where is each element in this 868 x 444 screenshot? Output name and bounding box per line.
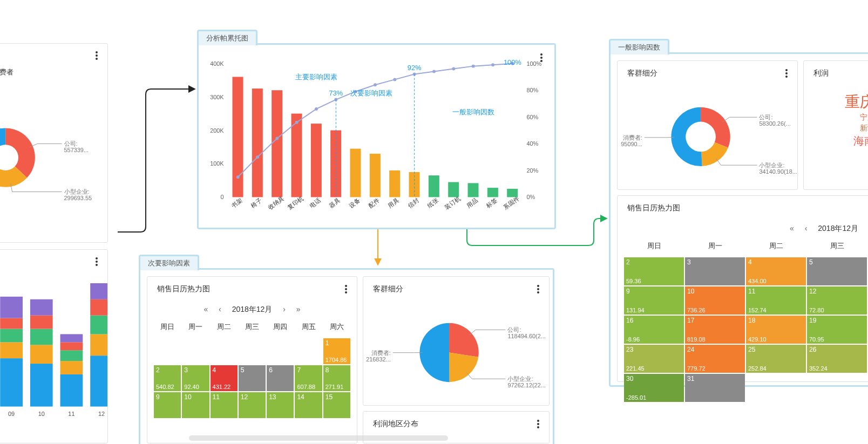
svg-rect-7 (0, 329, 23, 342)
svg-rect-26 (90, 299, 107, 316)
calendar-cell[interactable]: 13 (267, 392, 294, 418)
calendar-cell[interactable]: 1272.80 (807, 286, 867, 315)
calendar-cell[interactable]: 4434.00 (746, 257, 806, 285)
calendar-cell[interactable]: 8271.91 (323, 365, 350, 391)
svg-text:公司:: 公司: (507, 326, 521, 333)
svg-text:电话: 电话 (308, 197, 322, 209)
calendar-cell[interactable]: 9131.94 (624, 286, 684, 315)
calendar-cell[interactable]: 2540.82 (154, 365, 181, 391)
svg-text:小型企业:: 小型企业: (64, 188, 90, 195)
card-header: 利润地区分布 (363, 412, 549, 436)
calendar-cell[interactable]: 24779.72 (685, 345, 745, 373)
card-title: 销售日历热力图 (157, 284, 210, 294)
svg-rect-8 (0, 318, 23, 329)
panel-tab[interactable]: 次要影响因素 (139, 255, 199, 270)
calendar-cell[interactable]: 3 (685, 257, 745, 285)
svg-text:100%: 100% (504, 58, 521, 66)
nav-prev[interactable]: ‹ (805, 224, 808, 233)
calendar-cell[interactable]: 259.36 (624, 257, 684, 285)
calendar-dow: 周五 (295, 318, 322, 336)
more-icon[interactable] (537, 285, 539, 293)
calendar-cell[interactable]: 18429.10 (746, 316, 806, 344)
stacked-bar-left: 09101112 (0, 283, 107, 422)
calendar-month: 2018年12月 (818, 224, 858, 233)
svg-rect-42 (252, 88, 263, 197)
svg-rect-52 (350, 149, 361, 197)
calendar-cell[interactable]: 392.40 (182, 365, 209, 391)
svg-text:10: 10 (38, 411, 45, 417)
calendar-cell[interactable]: 7607.88 (295, 365, 322, 391)
svg-text:100K: 100K (210, 160, 224, 167)
svg-rect-54 (370, 154, 381, 197)
calendar-cell[interactable]: 31 (685, 374, 745, 402)
calendar-dow: 周一 (685, 237, 745, 255)
svg-text:用具: 用具 (387, 197, 401, 209)
calendar-cell[interactable]: 10736.26 (685, 286, 745, 315)
calendar-cell[interactable]: 4431.22 (211, 365, 238, 391)
calendar-cell[interactable]: 6 (267, 365, 294, 391)
svg-text:73%: 73% (329, 89, 343, 97)
calendar-cell[interactable]: 15 (323, 392, 350, 418)
card-header: 客群细分 (618, 61, 797, 86)
panel-tab[interactable]: 分析帕累托图 (197, 30, 257, 45)
wordcloud-item: 宁夏 (807, 112, 868, 123)
calendar-cell[interactable]: 9 (154, 392, 181, 418)
svg-text:300K: 300K (210, 94, 224, 100)
nav-prev[interactable]: ‹ (219, 305, 221, 313)
calendar-dow-row: 周日周一周二周三周四周五周六 (147, 318, 357, 336)
svg-text:纸张: 纸张 (426, 197, 439, 209)
svg-text:95090...: 95090... (621, 141, 642, 147)
svg-text:34140.90(18...: 34140.90(18... (759, 168, 797, 175)
more-icon[interactable] (537, 420, 539, 428)
calendar-cell[interactable]: 5 (807, 257, 867, 285)
calendar-cell[interactable]: 12 (239, 392, 266, 418)
card-title: 客群细分 (627, 69, 657, 78)
calendar-cell[interactable]: 10 (182, 392, 209, 418)
svg-text:92%: 92% (408, 64, 422, 72)
calendar-cell[interactable]: 11152.74 (746, 286, 806, 315)
more-icon[interactable] (96, 51, 98, 60)
calendar-cell[interactable]: 17819.08 (685, 316, 745, 344)
pareto-panel: 分析帕累托图 0100K200K300K400K0%20%40%60%80%10… (197, 43, 556, 229)
svg-text:小型企业:: 小型企业: (507, 375, 533, 382)
svg-text:椅子: 椅子 (249, 197, 263, 209)
svg-rect-25 (90, 316, 107, 334)
more-icon[interactable] (345, 285, 347, 293)
more-icon[interactable] (785, 69, 788, 78)
pareto-chart: 0100K200K300K400K0%20%40%60%80%100%书架椅子收… (199, 45, 554, 229)
calendar-dow: 周日 (624, 237, 684, 255)
card-title: 销售日历热力图 (627, 203, 680, 213)
calendar-cell[interactable]: 14 (295, 392, 322, 418)
svg-text:装订机: 装订机 (443, 195, 462, 211)
calendar-cell[interactable]: 1970.95 (807, 316, 867, 344)
svg-rect-14 (30, 316, 53, 329)
horizontal-scrollbar[interactable] (189, 435, 448, 441)
calendar-cell[interactable]: 5 (239, 365, 266, 391)
svg-text:信封: 信封 (406, 197, 420, 209)
svg-rect-19 (60, 350, 83, 361)
nav-next[interactable]: › (283, 305, 286, 313)
calendar-cell[interactable]: 25252.84 (746, 345, 806, 373)
customer-seg-card-right: 客群细分 公司:58300.26(...小型企业:34140.90(18...消… (617, 60, 798, 190)
calendar-cell[interactable]: 23221.45 (624, 345, 684, 373)
more-icon[interactable] (540, 53, 542, 62)
calendar-cell[interactable]: 16-8.96 (624, 316, 684, 344)
calendar-cell[interactable]: 11 (211, 392, 238, 418)
svg-rect-20 (60, 342, 83, 350)
svg-rect-6 (0, 342, 23, 358)
nav-first[interactable]: « (204, 305, 208, 313)
card-header: 利润 (804, 61, 868, 86)
calendar-cell[interactable]: 11704.86 (323, 338, 350, 364)
calendar-cell[interactable]: 30-285.01 (624, 374, 684, 402)
svg-rect-13 (30, 329, 53, 345)
panel-tab[interactable]: 一般影响因数 (609, 39, 669, 54)
svg-rect-21 (60, 334, 83, 342)
svg-text:400K: 400K (210, 60, 224, 67)
calendar-cell[interactable]: 26352.24 (807, 345, 867, 373)
svg-text:用品: 用品 (465, 197, 479, 209)
calendar-nav: « ‹ 2018年12月 › » (147, 302, 357, 318)
nav-first[interactable]: « (790, 224, 794, 233)
more-icon[interactable] (96, 257, 98, 266)
nav-last[interactable]: » (296, 305, 301, 313)
svg-text:40%: 40% (526, 140, 538, 147)
